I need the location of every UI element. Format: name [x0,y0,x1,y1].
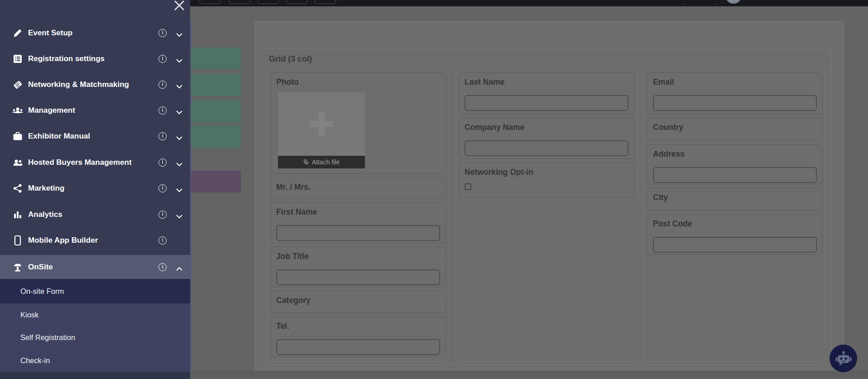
grid-block[interactable]: Grid (3 col) Photo [261,48,831,365]
topbar-button-2[interactable] [229,0,250,4]
info-icon[interactable]: i [158,81,167,89]
grid-block-title: Grid (3 col) [269,54,312,64]
job-title-input[interactable] [276,269,440,285]
sidebar-item-label: Event Setup [28,29,72,38]
palette-block[interactable] [191,125,241,148]
sidebar-item-hosted-buyers[interactable]: Hosted Buyers Management i [0,149,190,175]
robot-icon [835,350,852,367]
chevron-down-icon[interactable] [176,160,183,165]
photo-placeholder[interactable] [278,92,365,156]
field-networking-opt-in[interactable]: Networking Opt-in [459,163,634,197]
sidebar-item-label: Hosted Buyers Management [28,158,132,167]
chevron-down-icon[interactable] [176,31,183,35]
address-input[interactable] [653,167,817,183]
subitem-label: Check-in [20,356,50,365]
field-country[interactable]: Country [647,118,823,141]
field-category[interactable]: Category [270,291,446,313]
sidebar-item-label: Registration settings [28,54,105,63]
topbar-button-4[interactable] [286,0,307,4]
field-label: Tel. [276,321,440,331]
field-first-name[interactable]: First Name [270,202,446,243]
matchmaking-icon [12,79,24,91]
info-icon[interactable]: i [158,132,167,140]
info-icon[interactable]: i [158,263,167,271]
sidebar-item-event-setup[interactable]: Event Setup i [0,20,190,46]
palette-block[interactable] [191,100,241,122]
main-content-dimmed: Grid (3 col) Photo [190,6,868,379]
post-code-input[interactable] [653,237,817,253]
field-photo[interactable]: Photo Attach file [270,72,446,174]
topbar-button-3[interactable] [258,0,279,4]
topbar-button-5[interactable] [315,0,336,4]
palette-block[interactable] [191,48,241,69]
plus-icon [307,110,336,138]
info-icon[interactable]: i [158,55,167,63]
chatbot-button[interactable] [830,345,857,372]
sidebar-item-label: Marketing [28,184,64,193]
field-email[interactable]: Email [647,72,823,114]
avatar[interactable] [725,0,742,4]
last-name-input[interactable] [465,95,628,111]
field-post-code[interactable]: Post Code [647,214,823,255]
info-icon[interactable]: i [158,158,167,167]
palette-block[interactable] [191,171,241,192]
chevron-up-icon[interactable] [176,265,183,269]
form-column-2[interactable]: Last Name Company Name Networking Opt-in [456,69,638,362]
sidebar-item-label: Mobile App Builder [28,236,98,245]
sidebar-item-exhibitor-manual[interactable]: Exhibitor Manual i [0,123,190,149]
chevron-down-icon[interactable] [176,82,183,87]
sidebar-item-marketing[interactable]: Marketing i [0,175,190,201]
field-label: Country [653,123,817,132]
attach-file-button[interactable]: Attach file [278,156,365,168]
photo-upload-widget[interactable]: Attach file [278,92,365,168]
sidebar-item-networking-matchmaking[interactable]: Networking & Matchmaking i [0,72,190,97]
field-tel[interactable]: Tel. [270,317,446,357]
sidebar-subitem-self-registration[interactable]: Self Registration [0,326,190,349]
chevron-down-icon[interactable] [176,186,183,191]
close-icon[interactable] [173,0,186,12]
field-label: First Name [276,207,440,217]
field-label: Post Code [653,219,817,229]
field-last-name[interactable]: Last Name [459,72,634,114]
sidebar-subitem-check-in[interactable]: Check-in [0,349,190,372]
subitem-label: Kiosk [20,311,38,319]
form-column-3[interactable]: Email Country Address City Post Code [644,69,826,362]
info-icon[interactable]: i [158,184,167,192]
bar-chart-icon [12,209,24,221]
chevron-down-icon[interactable] [176,57,183,61]
company-name-input[interactable] [465,140,628,156]
sidebar-item-mobile-app-builder[interactable]: Mobile App Builder i [0,227,190,253]
sidebar-item-registration-settings[interactable]: Registration settings i [0,46,190,72]
chevron-down-icon[interactable] [176,212,183,217]
chevron-down-icon[interactable] [176,134,183,139]
sidebar-item-management[interactable]: Management i [0,97,190,123]
palette-block[interactable] [191,73,241,96]
field-label: Address [653,149,817,159]
chevron-down-icon[interactable] [176,108,183,113]
info-icon[interactable]: i [158,29,167,37]
form-column-1[interactable]: Photo Attach file [267,69,449,362]
field-address[interactable]: Address [647,144,823,184]
sidebar-subitem-kiosk[interactable]: Kiosk [0,303,190,326]
networking-opt-in-checkbox[interactable] [465,183,471,190]
field-job-title[interactable]: Job Title [270,247,446,287]
first-name-input[interactable] [276,225,440,241]
tel-input[interactable] [276,339,440,355]
team-icon [12,105,24,116]
paperclip-icon [302,158,311,167]
onsite-submenu: On-site Form Kiosk Self Registration Che… [0,279,190,372]
field-label: Category [276,296,440,305]
field-salutation[interactable]: Mr. / Mrs. [270,178,446,199]
topbar-button-1[interactable] [200,0,221,4]
sidebar-item-label: Networking & Matchmaking [28,80,129,89]
info-icon[interactable]: i [158,106,167,115]
info-icon[interactable]: i [158,236,167,245]
sidebar-item-onsite[interactable]: OnSite i [0,255,190,279]
pencil-icon [12,27,24,39]
field-city[interactable]: City [647,188,823,211]
sidebar-item-analytics[interactable]: Analytics i [0,201,190,227]
field-company-name[interactable]: Company Name [459,118,634,159]
email-input[interactable] [653,95,817,111]
info-icon[interactable]: i [158,211,167,219]
sidebar-subitem-onsite-form[interactable]: On-site Form [0,279,190,303]
